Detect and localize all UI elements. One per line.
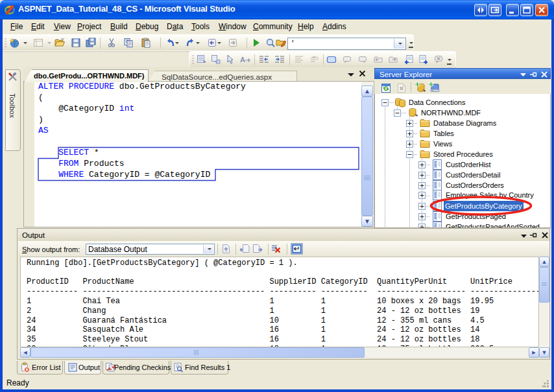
svg-text:A: A bbox=[240, 56, 245, 63]
